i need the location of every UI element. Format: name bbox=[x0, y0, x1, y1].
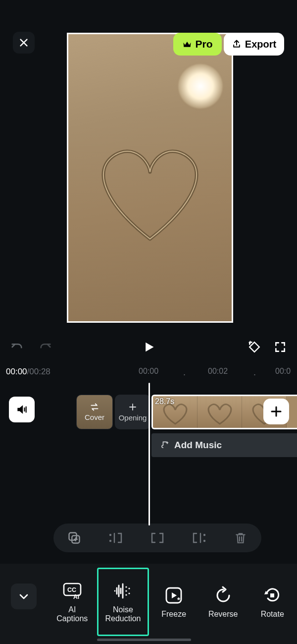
keyframe-button[interactable]: + bbox=[245, 337, 264, 357]
opening-chip[interactable]: Opening bbox=[115, 395, 150, 429]
reverse-icon bbox=[214, 586, 233, 605]
split-right-button[interactable] bbox=[187, 526, 211, 550]
tool-label: AI Captions bbox=[56, 605, 88, 624]
tool-scroll-indicator bbox=[97, 639, 191, 641]
ruler-dot: · bbox=[253, 369, 256, 380]
svg-point-10 bbox=[126, 586, 127, 587]
svg-point-14 bbox=[129, 592, 130, 594]
export-button[interactable]: Export bbox=[224, 33, 284, 56]
add-clip-button[interactable] bbox=[263, 399, 289, 424]
crown-icon bbox=[182, 39, 192, 49]
time-ruler: 00:00/00:28 00:00 · 00:02 · 00:0 bbox=[0, 367, 297, 382]
tool-label: Reverse bbox=[208, 610, 238, 619]
freeze-icon: * bbox=[164, 586, 183, 605]
ruler-tick: 00:02 bbox=[208, 367, 228, 376]
tool-label: Rotate bbox=[261, 610, 284, 619]
time-current-value: 00:00 bbox=[6, 367, 27, 376]
split-right-icon bbox=[192, 531, 206, 544]
opening-label: Opening bbox=[119, 413, 147, 422]
undo-icon bbox=[10, 340, 24, 354]
split-button[interactable] bbox=[146, 526, 169, 550]
video-preview[interactable] bbox=[67, 33, 233, 323]
export-label: Export bbox=[245, 39, 276, 50]
trash-icon bbox=[234, 531, 247, 544]
cc-ai-icon: CCAI bbox=[62, 582, 82, 600]
plus-icon bbox=[270, 406, 282, 417]
svg-point-12 bbox=[126, 594, 127, 595]
preview-sun-glow bbox=[178, 64, 223, 109]
tool-noise-reduction[interactable]: Noise Reduction bbox=[97, 568, 149, 636]
play-icon bbox=[142, 340, 155, 354]
svg-text:AI: AI bbox=[73, 593, 79, 600]
plus-icon bbox=[128, 403, 137, 411]
split-left-icon bbox=[108, 531, 123, 544]
tool-label: Noise Reduction bbox=[105, 605, 141, 624]
duplicate-plus-icon bbox=[67, 531, 81, 545]
noise-reduction-icon bbox=[113, 583, 133, 599]
svg-text:*: * bbox=[177, 595, 180, 604]
preview-heart-drawing bbox=[86, 135, 214, 249]
cover-label: Cover bbox=[85, 413, 104, 421]
tool-label: Freeze bbox=[161, 610, 186, 619]
fullscreen-icon bbox=[274, 341, 287, 353]
svg-point-3 bbox=[109, 534, 111, 536]
split-icon bbox=[150, 531, 165, 544]
redo-icon bbox=[39, 340, 52, 354]
clip-duration-label: 28.7s bbox=[155, 397, 174, 406]
preview-controls-row: + bbox=[0, 333, 297, 361]
svg-point-4 bbox=[109, 540, 111, 542]
fullscreen-button[interactable] bbox=[270, 337, 290, 357]
tool-ai-captions[interactable]: CCAI AI Captions bbox=[48, 568, 97, 636]
svg-text:+: + bbox=[248, 341, 252, 346]
close-button[interactable] bbox=[13, 32, 35, 54]
svg-rect-17 bbox=[270, 593, 274, 597]
time-duration-value: 00:28 bbox=[29, 367, 50, 376]
speaker-icon bbox=[15, 403, 28, 416]
svg-text:CC: CC bbox=[67, 586, 76, 593]
tool-rotate[interactable]: Rotate bbox=[248, 568, 297, 636]
svg-point-11 bbox=[126, 590, 127, 591]
undo-button[interactable] bbox=[7, 337, 27, 357]
duplicate-button[interactable] bbox=[62, 526, 86, 550]
redo-button[interactable] bbox=[36, 337, 55, 357]
tool-reverse[interactable]: Reverse bbox=[198, 568, 248, 636]
collapse-tools-button[interactable] bbox=[11, 584, 37, 609]
pro-label: Pro bbox=[195, 38, 212, 50]
time-display: 00:00/00:28 bbox=[6, 367, 50, 377]
music-note-plus-icon bbox=[159, 440, 169, 450]
ruler-dot: · bbox=[183, 369, 186, 380]
svg-point-13 bbox=[129, 587, 130, 589]
svg-point-6 bbox=[203, 540, 205, 542]
ruler-tick: 00:0 bbox=[275, 367, 291, 376]
pro-badge-button[interactable]: Pro bbox=[173, 33, 222, 56]
mute-button[interactable] bbox=[9, 397, 35, 422]
ruler-tick: 00:00 bbox=[139, 367, 158, 376]
chevron-down-icon bbox=[18, 590, 30, 602]
delete-button[interactable] bbox=[229, 526, 252, 550]
cover-chip[interactable]: Cover bbox=[76, 395, 113, 429]
svg-point-5 bbox=[203, 534, 205, 536]
keyframe-diamond-icon: + bbox=[248, 341, 261, 353]
upload-icon bbox=[232, 39, 242, 49]
close-icon bbox=[18, 37, 29, 48]
swap-icon bbox=[90, 403, 99, 411]
add-music-label: Add Music bbox=[174, 440, 222, 451]
tool-freeze[interactable]: * Freeze bbox=[149, 568, 198, 636]
clip-edit-toolbar bbox=[53, 524, 261, 552]
rotate-icon bbox=[263, 586, 282, 605]
split-left-button[interactable] bbox=[104, 526, 128, 550]
play-button[interactable] bbox=[139, 337, 158, 357]
add-music-button[interactable]: Add Music bbox=[151, 433, 297, 457]
bottom-tool-bar: CCAI AI Captions Noise Reduction * Freez… bbox=[0, 564, 297, 644]
